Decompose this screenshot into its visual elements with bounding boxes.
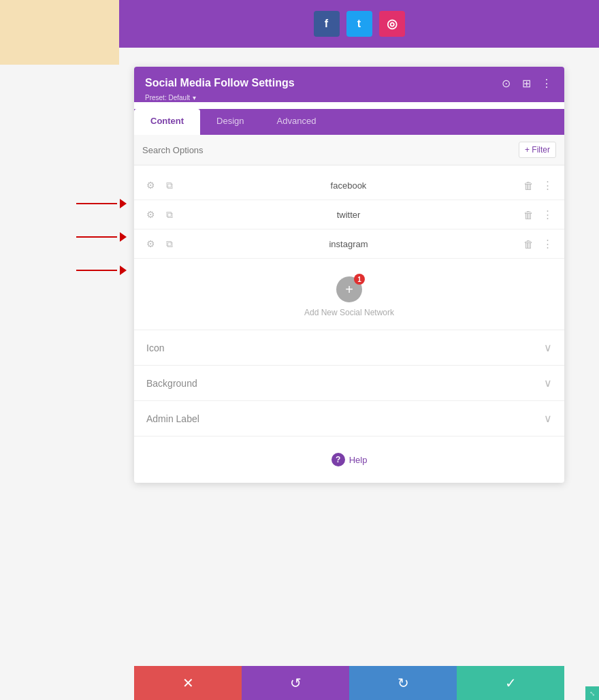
accordion-title-adminlabel: Admin Label (146, 413, 199, 424)
background-decoration (0, 0, 119, 65)
chevron-down-icon-icon: ∨ (544, 341, 552, 354)
row-left-icons-instagram: ⚙ ⧉ (144, 237, 176, 251)
network-row-facebook: ⚙ ⧉ facebook 🗑 ⋮ (134, 171, 564, 200)
settings-icon-instagram[interactable]: ⚙ (144, 237, 157, 251)
more-icon-facebook[interactable]: ⋮ (540, 178, 555, 193)
duplicate-icon-instagram[interactable]: ⧉ (163, 237, 176, 251)
networks-list: ⚙ ⧉ facebook 🗑 ⋮ ⚙ ⧉ twitter 🗑 ⋮ ⚙ (134, 165, 564, 264)
accordion-item-background: Background ∨ (134, 366, 564, 401)
arrow-indicator-1 (76, 199, 127, 208)
duplicate-icon-facebook[interactable]: ⧉ (163, 178, 176, 192)
arrow-indicator-3 (76, 266, 127, 275)
bottom-toolbar: ✕ ↺ ↻ ✓ (134, 666, 564, 700)
facebook-social-icon[interactable]: f (314, 11, 340, 37)
tab-design[interactable]: Design (200, 109, 260, 135)
undo-button[interactable]: ↺ (242, 666, 349, 700)
duplicate-icon-twitter[interactable]: ⧉ (163, 208, 176, 221)
panel-title: Social Media Follow Settings (145, 77, 295, 89)
accordion-title-icon: Icon (146, 343, 164, 353)
delete-icon-instagram[interactable]: 🗑 (521, 236, 536, 251)
network-name-instagram: instagram (176, 239, 521, 249)
delete-icon-facebook[interactable]: 🗑 (521, 178, 536, 193)
add-network-badge: 1 (354, 274, 365, 285)
help-icon: ? (331, 453, 345, 466)
row-right-icons-instagram: 🗑 ⋮ (521, 236, 555, 251)
network-name-facebook: facebook (176, 180, 521, 191)
help-label: Help (349, 455, 368, 465)
more-icon-twitter[interactable]: ⋮ (540, 207, 555, 222)
settings-icon-facebook[interactable]: ⚙ (144, 178, 157, 192)
network-name-twitter: twitter (176, 210, 521, 220)
row-left-icons-twitter: ⚙ ⧉ (144, 208, 176, 221)
more-options-icon[interactable]: ⋮ (540, 76, 553, 90)
accordion-item-adminlabel: Admin Label ∨ (134, 401, 564, 436)
row-right-icons-facebook: 🗑 ⋮ (521, 178, 555, 193)
panel-header: Social Media Follow Settings ⊙ ⊞ ⋮ Prese… (134, 67, 564, 102)
add-network-label: Add New Social Network (304, 308, 394, 317)
accordion-item-icon: Icon ∨ (134, 330, 564, 366)
tab-bar: Content Design Advanced (134, 109, 564, 135)
instagram-social-icon[interactable]: ◎ (379, 11, 405, 37)
add-network-section: + 1 Add New Social Network (134, 264, 564, 330)
settings-panel: Social Media Follow Settings ⊙ ⊞ ⋮ Prese… (134, 67, 564, 483)
accordion-title-background: Background (146, 378, 197, 389)
resize-handle[interactable]: ⤡ (585, 686, 599, 700)
save-button[interactable]: ✓ (457, 666, 564, 700)
add-network-button[interactable]: + 1 (336, 276, 362, 302)
tab-content[interactable]: Content (134, 109, 200, 135)
redo-button[interactable]: ↻ (349, 666, 457, 700)
accordion-sections: Icon ∨ Background ∨ Admin Label ∨ (134, 330, 564, 436)
chevron-down-icon-adminlabel: ∨ (544, 412, 552, 425)
settings-icon-twitter[interactable]: ⚙ (144, 208, 157, 221)
arrow-indicator-2 (76, 232, 127, 242)
top-social-bar: f t ◎ (119, 0, 599, 48)
search-input[interactable] (142, 145, 519, 155)
focus-icon[interactable]: ⊙ (499, 76, 513, 90)
twitter-social-icon[interactable]: t (346, 11, 372, 37)
network-row-twitter: ⚙ ⧉ twitter 🗑 ⋮ (134, 200, 564, 229)
network-row-instagram: ⚙ ⧉ instagram 🗑 ⋮ (134, 229, 564, 259)
split-icon[interactable]: ⊞ (519, 76, 533, 90)
panel-icon-group: ⊙ ⊞ ⋮ (499, 76, 553, 90)
chevron-down-icon-background: ∨ (544, 377, 552, 389)
accordion-header-icon[interactable]: Icon ∨ (134, 330, 564, 365)
accordion-header-background[interactable]: Background ∨ (134, 366, 564, 400)
resize-icon: ⤡ (589, 690, 595, 697)
accordion-header-adminlabel[interactable]: Admin Label ∨ (134, 401, 564, 436)
more-icon-instagram[interactable]: ⋮ (540, 236, 555, 251)
filter-button[interactable]: + Filter (519, 142, 556, 158)
cancel-button[interactable]: ✕ (134, 666, 242, 700)
help-section[interactable]: ? Help (134, 436, 564, 483)
delete-icon-twitter[interactable]: 🗑 (521, 207, 536, 222)
search-bar: + Filter (134, 135, 564, 165)
tab-advanced[interactable]: Advanced (261, 109, 333, 135)
preset-selector[interactable]: Preset: Default ▾ (145, 93, 553, 102)
row-right-icons-twitter: 🗑 ⋮ (521, 207, 555, 222)
row-left-icons-facebook: ⚙ ⧉ (144, 178, 176, 192)
